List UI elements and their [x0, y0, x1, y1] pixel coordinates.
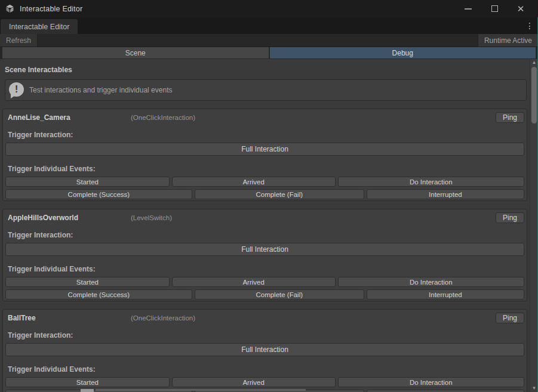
arrived-button[interactable]: Arrived	[172, 377, 336, 387]
section-header: AppleHillsOverworld (LevelSwitch) Ping	[5, 212, 524, 223]
close-button[interactable]: ✕	[512, 2, 530, 16]
maximize-button[interactable]	[485, 2, 503, 16]
trigger-events-label: Trigger Individual Events:	[8, 265, 524, 273]
complete-fail-button[interactable]: Complete (Fail)	[195, 289, 364, 300]
trigger-events-label: Trigger Individual Events:	[8, 365, 524, 374]
interactable-name: AnneLise_Camera	[8, 113, 131, 122]
interrupted-button[interactable]: Interrupted	[367, 189, 524, 199]
do-interaction-button[interactable]: Do Interaction	[338, 377, 524, 387]
clipped-next-section-text	[96, 389, 306, 391]
scrollbar-thumb[interactable]	[531, 67, 537, 124]
content-area: Scene Interactables ! Test interactions …	[0, 59, 530, 392]
interactable-type: (OneClickInteraction)	[131, 314, 195, 322]
tab-label: Interactable Editor	[9, 23, 69, 31]
interactable-section-balltree: BallTree (OneClickInteraction) Ping Trig…	[2, 309, 527, 392]
view-toggle: Scene Debug	[0, 47, 538, 59]
info-icon: !	[9, 82, 24, 98]
toolbar: Refresh Runtime Active	[0, 34, 538, 47]
interactable-type: (OneClickInteraction)	[131, 114, 195, 121]
maximize-icon	[491, 5, 498, 12]
window-title: Interactable Editor	[20, 5, 82, 13]
trigger-interaction-label: Trigger Interaction:	[8, 331, 524, 339]
interactable-section-applehills-overworld: AppleHillsOverworld (LevelSwitch) Ping T…	[2, 209, 527, 301]
do-interaction-button[interactable]: Do Interaction	[338, 277, 524, 287]
interrupted-button[interactable]: Interrupted	[367, 390, 524, 392]
section-header: AnneLise_Camera (OneClickInteraction) Pi…	[5, 112, 524, 123]
interrupted-button[interactable]: Interrupted	[367, 289, 524, 300]
interactable-type: (LevelSwitch)	[131, 214, 172, 221]
runtime-active-toggle[interactable]: Runtime Active	[478, 34, 538, 47]
started-button[interactable]: Started	[5, 177, 170, 187]
help-box-text: Test interactions and trigger individual…	[29, 86, 172, 94]
window-controls: ✕	[459, 2, 533, 16]
tab-interactable-editor[interactable]: Interactable Editor	[1, 19, 78, 34]
trigger-interaction-label: Trigger Interaction:	[8, 231, 524, 239]
do-interaction-button[interactable]: Do Interaction	[338, 177, 524, 187]
help-box: ! Test interactions and trigger individu…	[5, 79, 527, 101]
tab-bar: Interactable Editor ⋮	[0, 17, 538, 34]
arrived-button[interactable]: Arrived	[172, 177, 336, 187]
close-icon: ✕	[517, 4, 525, 13]
event-button-row-1: Started Arrived Do Interaction	[5, 377, 524, 387]
section-header: BallTree (OneClickInteraction) Ping	[5, 313, 524, 323]
minimize-icon	[465, 8, 472, 10]
event-button-row-2: Complete (Success) Complete (Fail) Inter…	[5, 289, 524, 300]
complete-success-button[interactable]: Complete (Success)	[5, 289, 192, 300]
interactable-name: AppleHillsOverworld	[8, 214, 131, 222]
refresh-button[interactable]: Refresh	[0, 34, 38, 47]
tab-menu-icon[interactable]: ⋮	[525, 21, 534, 30]
ping-button[interactable]: Ping	[496, 212, 524, 223]
complete-success-button[interactable]: Complete (Success)	[5, 189, 192, 199]
unity-logo-icon	[5, 4, 15, 14]
event-button-row-2: Complete (Success) Complete (Fail) Inter…	[5, 189, 524, 199]
minimize-button[interactable]	[459, 2, 477, 16]
title-bar: Interactable Editor ✕	[0, 0, 538, 17]
started-button[interactable]: Started	[5, 277, 170, 287]
ping-button[interactable]: Ping	[496, 112, 524, 123]
ping-button[interactable]: Ping	[496, 313, 524, 323]
trigger-interaction-label: Trigger Interaction:	[8, 131, 524, 139]
trigger-events-label: Trigger Individual Events:	[8, 165, 524, 173]
started-button[interactable]: Started	[5, 377, 170, 387]
complete-fail-button[interactable]: Complete (Fail)	[195, 189, 364, 199]
interactable-name: BallTree	[8, 314, 131, 322]
interactable-editor-window: Interactable Editor ✕ Interactable Edito…	[0, 0, 538, 392]
interactable-section-annelise-camera: AnneLise_Camera (OneClickInteraction) Pi…	[2, 109, 527, 201]
full-interaction-button[interactable]: Full Interaction	[5, 143, 524, 156]
page-title: Scene Interactables	[5, 66, 530, 74]
arrived-button[interactable]: Arrived	[172, 277, 336, 287]
scene-toggle-button[interactable]: Scene	[2, 47, 269, 58]
full-interaction-button[interactable]: Full Interaction	[5, 343, 524, 356]
event-button-row-1: Started Arrived Do Interaction	[5, 277, 524, 287]
toolbar-spacer	[38, 34, 478, 47]
vertical-scrollbar[interactable]: ▲ ▼	[530, 59, 537, 392]
full-interaction-button[interactable]: Full Interaction	[5, 243, 524, 256]
debug-toggle-button[interactable]: Debug	[270, 47, 536, 58]
event-button-row-1: Started Arrived Do Interaction	[5, 177, 524, 187]
clipped-next-section-field	[81, 389, 94, 392]
